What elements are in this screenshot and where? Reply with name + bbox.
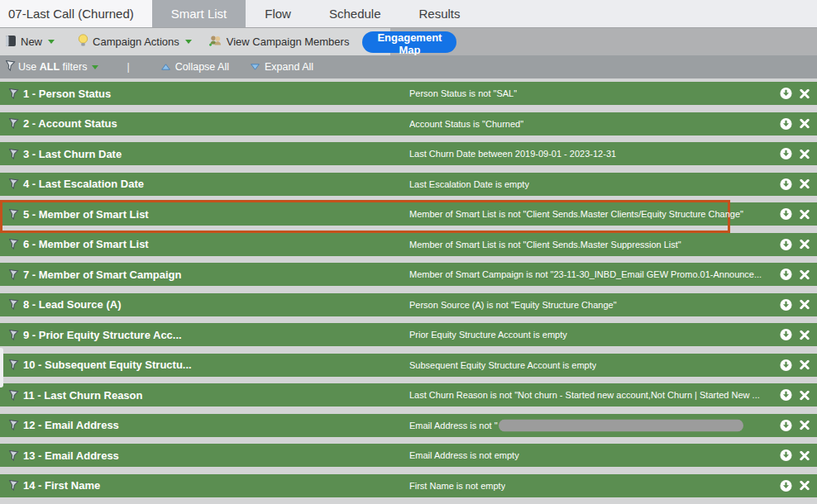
use-all-filters-control[interactable]: Use ALL filters [5,60,98,74]
remove-x-icon[interactable] [800,179,810,189]
download-circle-icon[interactable] [780,269,792,281]
collapse-all-button[interactable]: Collapse All [161,61,229,73]
filter-bar: Use ALL filters | Collapse All Expand Al… [0,55,817,78]
remove-x-icon[interactable] [800,300,810,310]
triangle-up-icon [161,61,170,73]
filter-row-actions [780,178,810,190]
tab-label: Flow [265,7,291,21]
filter-funnel-icon [8,420,18,430]
download-circle-icon[interactable] [780,419,792,431]
filter-row[interactable]: 1 - Person Status Person Status is not "… [0,82,817,105]
filter-row-actions [780,117,810,130]
filter-row[interactable]: 5 - Member of Smart List Member of Smart… [0,202,817,226]
filter-description: Subsequent Equity Structure Account is e… [409,360,596,370]
filter-funnel-icon [8,330,18,340]
redacted-value [499,419,743,431]
download-circle-icon[interactable] [780,298,792,311]
download-circle-icon[interactable] [780,178,792,190]
new-button[interactable]: New [5,35,55,50]
filter-row-actions [780,449,810,462]
filter-row[interactable]: 12 - Email Address Email Address is not … [0,414,817,437]
filter-title: 6 - Member of Smart List [23,238,149,250]
filter-funnel-icon [8,390,18,401]
filter-funnel-icon [8,359,18,370]
download-circle-icon[interactable] [780,329,792,341]
campaign-actions-label: Campaign Actions [93,36,179,48]
download-circle-icon[interactable] [780,88,792,100]
download-circle-icon[interactable] [780,208,792,221]
remove-x-icon[interactable] [800,240,810,250]
filter-row[interactable]: 6 - Member of Smart List Member of Smart… [0,233,817,256]
filter-row[interactable]: 7 - Member of Smart Campaign Member of S… [0,263,817,286]
filter-funnel-icon [8,88,18,99]
remove-x-icon[interactable] [800,88,810,98]
group-members-icon [208,35,222,50]
left-edge-notch [0,348,3,388]
remove-x-icon[interactable] [800,481,810,491]
filter-row[interactable]: 9 - Prior Equity Structure Acc... Prior … [0,323,817,346]
filter-description: Email Address is not empty [409,450,519,460]
caret-down-icon [48,40,55,44]
filter-description: Member of Smart List is not "Client Send… [409,209,743,219]
filter-row[interactable]: 13 - Email Address Email Address is not … [0,444,817,467]
filter-description: Member of Smart Campaign is not "23-11-3… [409,269,762,279]
tab-schedule[interactable]: Schedule [310,0,400,27]
filter-row[interactable]: 11 - Last Churn Reason Last Churn Reason… [0,383,817,407]
remove-x-icon[interactable] [800,421,810,430]
filter-title: 1 - Person Status [23,88,111,100]
filter-row[interactable]: 3 - Last Churn Date Last Churn Date betw… [0,142,817,165]
filter-title: 12 - Email Address [23,419,119,431]
use-all-filters-label: Use ALL filters [18,61,87,73]
toolbar: New Campaign Actions [0,27,817,55]
remove-x-icon[interactable] [800,269,810,279]
expand-all-label: Expand All [265,61,313,73]
filter-row[interactable]: 8 - Lead Source (A) Person Source (A) is… [0,293,817,316]
download-circle-icon[interactable] [780,479,792,492]
filter-row-actions [780,148,810,160]
campaign-actions-button[interactable]: Campaign Actions [78,34,192,50]
view-campaign-members-button[interactable]: View Campaign Members [208,35,350,50]
tab-smart-list[interactable]: Smart List [152,0,246,27]
filter-description: Member of Smart List is not "Client Send… [409,240,681,250]
filter-row[interactable]: 14 - First Name First Name is not empty [0,474,817,497]
remove-x-icon[interactable] [800,450,810,460]
view-campaign-members-label: View Campaign Members [227,36,350,48]
filter-funnel-icon [8,239,18,250]
download-circle-icon[interactable] [780,449,792,462]
remove-x-icon[interactable] [800,119,810,129]
remove-x-icon[interactable] [800,149,810,159]
tab-results[interactable]: Results [400,0,480,27]
toolbar-panel: New Campaign Actions [0,28,390,55]
filter-bar-divider: | [127,61,129,73]
tab-strip: 07-Last Call (Churned) Smart List Flow S… [0,0,817,27]
download-circle-icon[interactable] [780,117,792,130]
new-doc-icon [5,35,17,50]
filter-funnel-icon [8,299,18,310]
filter-row-actions [780,238,810,250]
filter-row[interactable]: 2 - Account Status Account Status is "Ch… [0,112,817,136]
filter-description: Last Escalation Date is empty [409,179,529,189]
filter-row[interactable]: 4 - Last Escalation Date Last Escalation… [0,173,817,196]
remove-x-icon[interactable] [800,209,810,219]
remove-x-icon[interactable] [800,390,810,400]
filter-description: Person Status is not "SAL" [409,88,517,98]
remove-x-icon[interactable] [800,330,810,340]
download-circle-icon[interactable] [780,238,792,250]
download-circle-icon[interactable] [780,389,792,402]
expand-all-button[interactable]: Expand All [251,61,313,73]
tab-label: Schedule [329,7,381,21]
filter-description: Account Status is "Churned" [409,119,523,129]
engagement-map-button[interactable]: Engagement Map [362,31,456,53]
filter-row-actions [780,269,810,281]
filter-title: 9 - Prior Equity Structure Acc... [23,329,182,341]
download-circle-icon[interactable] [780,359,792,371]
filter-description: First Name is not empty [409,481,505,491]
filter-title: 4 - Last Escalation Date [23,178,144,190]
remove-x-icon[interactable] [800,360,810,370]
tab-flow[interactable]: Flow [246,0,310,27]
download-circle-icon[interactable] [780,148,792,160]
filter-row[interactable]: 10 - Subsequent Equity Structu... Subseq… [0,354,817,377]
filter-funnel-icon [8,149,18,159]
campaign-name-tab[interactable]: 07-Last Call (Churned) [0,0,152,27]
triangle-down-icon [251,61,260,73]
